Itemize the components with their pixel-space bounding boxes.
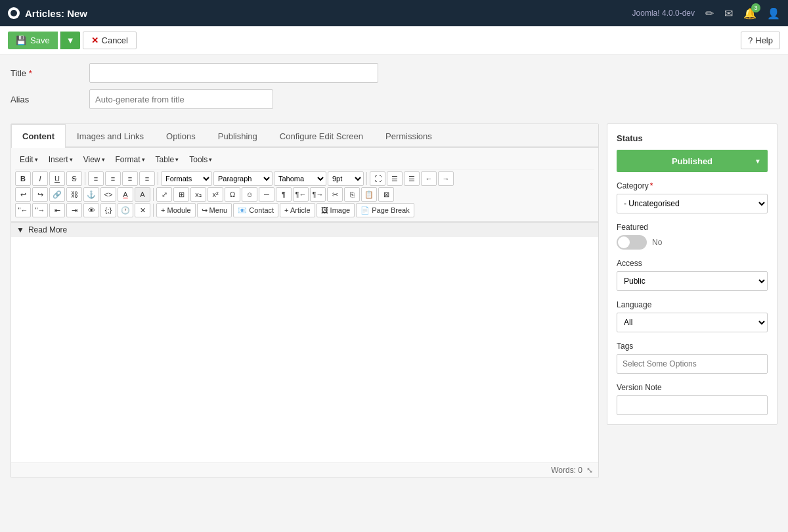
italic-button[interactable]: I xyxy=(32,171,48,186)
superscript-button[interactable]: x² xyxy=(208,187,223,202)
tab-configure-edit-screen[interactable]: Configure Edit Screen xyxy=(269,124,374,148)
preview-button[interactable]: 👁 xyxy=(83,203,99,217)
form-area: Title * Alias xyxy=(0,55,788,123)
align-justify-button[interactable]: ≡ xyxy=(139,171,155,186)
nonbreak-button[interactable]: ¶ xyxy=(276,187,292,202)
text-color-button[interactable]: A xyxy=(118,187,133,202)
read-more-bar[interactable]: ▼ Read More xyxy=(11,222,598,237)
source-button[interactable]: {;} xyxy=(100,203,116,217)
align-left-button[interactable]: ≡ xyxy=(88,171,104,186)
align-center-button[interactable]: ≡ xyxy=(105,171,121,186)
paste-button[interactable]: 📋 xyxy=(361,187,377,202)
menu-button[interactable]: ↪ Menu xyxy=(197,203,232,217)
save-dropdown-button[interactable]: ▼ xyxy=(60,32,80,49)
page-break-button[interactable]: 📄 Page Break xyxy=(356,203,414,217)
module-button[interactable]: + Module xyxy=(156,203,196,217)
joomla-logo xyxy=(8,7,20,19)
font-size-select[interactable]: 9pt 10pt 12pt xyxy=(328,171,364,186)
datetime-button[interactable]: 🕐 xyxy=(118,203,133,217)
copy-button[interactable]: ⎘ xyxy=(344,187,360,202)
help-button[interactable]: ? Help xyxy=(741,32,780,49)
main-area: Content Images and Links Options Publish… xyxy=(0,123,788,489)
category-select[interactable]: - Uncategorised Sample Data xyxy=(617,194,768,213)
mail-icon[interactable]: ✉ xyxy=(724,7,733,20)
status-select[interactable]: Published Unpublished Archived Trashed xyxy=(617,150,768,172)
insert-table-button[interactable]: ⊞ xyxy=(173,187,189,202)
edit-menu[interactable]: Edit ▾ xyxy=(15,153,43,166)
toolbar-bar: 💾 Save ▼ ✕ Cancel ? Help xyxy=(0,26,788,55)
blockquote-out-button[interactable]: "← xyxy=(15,203,31,217)
tab-images-and-links[interactable]: Images and Links xyxy=(66,124,155,148)
font-select[interactable]: Tahoma Arial Georgia xyxy=(274,171,326,186)
outdent-button[interactable]: ← xyxy=(421,171,437,186)
select-all-button[interactable]: ⊠ xyxy=(378,187,394,202)
tags-input[interactable] xyxy=(617,354,768,374)
tools-menu[interactable]: Tools ▾ xyxy=(185,153,217,166)
version-note-field: Version Note xyxy=(617,383,768,415)
code-button[interactable]: <> xyxy=(100,187,116,202)
access-select[interactable]: Public Guest Registered Special Super Us… xyxy=(617,271,768,291)
unlink-button[interactable]: ⛓ xyxy=(66,187,82,202)
special-char-button[interactable]: Ω xyxy=(225,187,240,202)
maximize-button[interactable]: ⤢ xyxy=(156,187,172,202)
indent2-out-button[interactable]: ⇤ xyxy=(49,203,65,217)
format-menu[interactable]: Format ▾ xyxy=(111,153,150,166)
hr-button[interactable]: ─ xyxy=(259,187,274,202)
editor-content[interactable] xyxy=(11,237,598,460)
access-field: Access Public Guest Registered Special S… xyxy=(617,259,768,291)
language-select[interactable]: All English (UK) xyxy=(617,313,768,332)
insert-menu[interactable]: Insert ▾ xyxy=(44,153,77,166)
indent2-in-button[interactable]: ⇥ xyxy=(66,203,82,217)
formats-select[interactable]: Formats Paragraph Heading 1 xyxy=(161,171,212,186)
subscript-button[interactable]: x₂ xyxy=(190,187,206,202)
tab-permissions[interactable]: Permissions xyxy=(374,124,443,148)
brand-name: Joomla! 4.0.0-dev xyxy=(632,9,695,18)
strikethrough-button[interactable]: S xyxy=(66,171,82,186)
bg-color-button[interactable]: A xyxy=(135,187,150,202)
tags-label: Tags xyxy=(617,342,768,351)
remove-format-button[interactable]: ✕ xyxy=(135,203,150,217)
title-input[interactable] xyxy=(89,63,378,83)
bell-icon[interactable]: 🔔 3 xyxy=(743,7,756,20)
tab-options[interactable]: Options xyxy=(155,124,207,148)
editor-row2: ↩ ↪ 🔗 ⛓ ⚓ <> A A ⤢ ⊞ x₂ x² Ω ☺ ─ ¶ ¶← ¶→… xyxy=(15,187,594,202)
table-menu[interactable]: Table ▾ xyxy=(151,153,184,166)
sep3 xyxy=(366,172,367,185)
save-button[interactable]: 💾 Save xyxy=(8,32,58,49)
view-menu[interactable]: View ▾ xyxy=(79,153,110,166)
tab-content[interactable]: Content xyxy=(11,124,66,148)
cancel-button[interactable]: ✕ Cancel xyxy=(83,32,137,49)
tab-publishing[interactable]: Publishing xyxy=(207,124,269,148)
alias-input[interactable] xyxy=(89,89,273,109)
blockquote-in-button[interactable]: "→ xyxy=(32,203,48,217)
fullscreen-button[interactable]: ⛶ xyxy=(370,171,385,186)
paragraph-select[interactable]: Paragraph xyxy=(213,171,273,186)
link-button[interactable]: 🔗 xyxy=(49,187,65,202)
rtl-button[interactable]: ¶→ xyxy=(310,187,326,202)
list-ol-button[interactable]: ☰ xyxy=(404,171,420,186)
user-icon[interactable]: 👤 xyxy=(767,7,780,20)
status-select-wrapper: Published Unpublished Archived Trashed xyxy=(617,150,768,172)
editor-toolbar: Edit ▾ Insert ▾ View ▾ Format ▾ Table ▾ … xyxy=(11,148,598,222)
bold-button[interactable]: B xyxy=(15,171,31,186)
featured-toggle[interactable] xyxy=(617,235,647,250)
redo-button[interactable]: ↪ xyxy=(32,187,48,202)
underline-button[interactable]: U xyxy=(49,171,65,186)
featured-field: Featured No xyxy=(617,223,768,250)
access-label: Access xyxy=(617,259,768,268)
language-label: Language xyxy=(617,300,768,309)
edit-icon[interactable]: ✏ xyxy=(705,7,714,20)
image-button[interactable]: 🖼 Image xyxy=(317,203,355,217)
undo-button[interactable]: ↩ xyxy=(15,187,31,202)
contact-button[interactable]: 📧 Contact xyxy=(233,203,278,217)
indent-button[interactable]: → xyxy=(438,171,454,186)
article-button[interactable]: + Article xyxy=(280,203,315,217)
cut-button[interactable]: ✂ xyxy=(327,187,343,202)
ltr-button[interactable]: ¶← xyxy=(293,187,309,202)
emoji-button[interactable]: ☺ xyxy=(242,187,257,202)
align-right-button[interactable]: ≡ xyxy=(122,171,138,186)
version-note-input[interactable] xyxy=(617,395,768,415)
anchor-button[interactable]: ⚓ xyxy=(83,187,99,202)
resize-icon[interactable]: ⤡ xyxy=(586,466,593,475)
list-ul-button[interactable]: ☰ xyxy=(387,171,403,186)
